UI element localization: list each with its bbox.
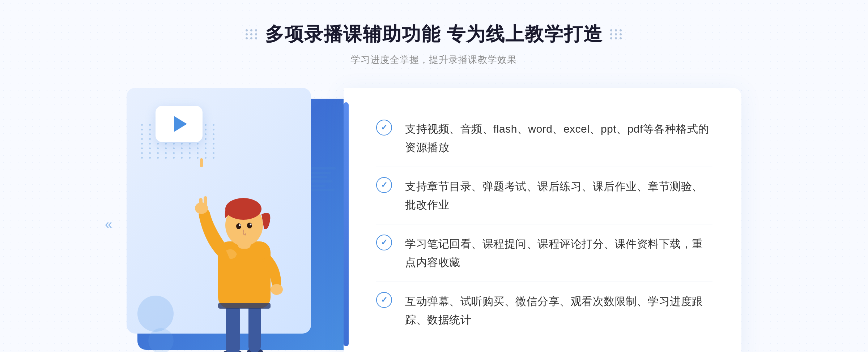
subtitle: 学习进度全掌握，提升录播课教学效果 [246, 53, 622, 66]
svg-rect-3 [226, 303, 240, 352]
svg-point-17 [271, 284, 283, 295]
svg-rect-5 [218, 241, 271, 308]
svg-rect-15 [204, 196, 207, 208]
feature-text-4: 互动弹幕、试听购买、微信分享、观看次数限制、学习进度跟踪、数据统计 [405, 292, 712, 329]
blue-tab-decoration [344, 102, 349, 346]
feature-text-3: 学习笔记回看、课程提问、课程评论打分、课件资料下载，重点内容收藏 [405, 235, 712, 271]
svg-point-11 [239, 224, 241, 226]
page-header: 多项录播课辅助功能 专为线上教学打造 学习进度全掌握，提升录播课教学效果 [246, 22, 622, 66]
check-icon-4 [376, 292, 392, 308]
play-icon [174, 116, 187, 132]
svg-rect-18 [218, 303, 271, 309]
right-dots-decoration [610, 29, 622, 39]
left-dots-decoration [246, 29, 258, 39]
svg-point-12 [250, 224, 252, 226]
page-container: 多项录播课辅助功能 专为线上教学打造 学习进度全掌握，提升录播课教学效果 « [0, 0, 868, 352]
check-icon-3 [376, 235, 392, 250]
person-svg [179, 158, 309, 352]
svg-rect-4 [248, 303, 261, 352]
svg-rect-16 [200, 158, 203, 167]
feature-item-2: 支持章节目录、弹题考试、课后练习、课后作业、章节测验、批改作业 [376, 167, 712, 224]
svg-point-9 [236, 223, 241, 229]
title-row: 多项录播课辅助功能 专为线上教学打造 [246, 22, 622, 47]
svg-point-10 [247, 223, 252, 228]
feature-item-4: 互动弹幕、试听购买、微信分享、观看次数限制、学习进度跟踪、数据统计 [376, 282, 712, 339]
main-title: 多项录播课辅助功能 专为线上教学打造 [265, 22, 603, 47]
figure-illustration [145, 151, 344, 352]
svg-rect-14 [199, 198, 203, 208]
feature-item-3: 学习笔记回看、课程提问、课程评论打分、课件资料下载，重点内容收藏 [376, 224, 712, 282]
check-icon-1 [376, 120, 392, 136]
feature-item-1: 支持视频、音频、flash、word、excel、ppt、pdf等各种格式的资源… [376, 110, 712, 167]
feature-text-2: 支持章节目录、弹题考试、课后练习、课后作业、章节测验、批改作业 [405, 177, 712, 214]
left-navigation-arrows[interactable]: « [105, 217, 112, 232]
illustration-wrap [127, 88, 344, 352]
content-area: « [127, 88, 741, 352]
video-bubble[interactable] [156, 106, 203, 142]
check-icon-2 [376, 177, 392, 193]
feature-text-1: 支持视频、音频、flash、word、excel、ppt、pdf等各种格式的资源… [405, 120, 712, 156]
features-panel: 支持视频、音频、flash、word、excel、ppt、pdf等各种格式的资源… [344, 88, 741, 352]
